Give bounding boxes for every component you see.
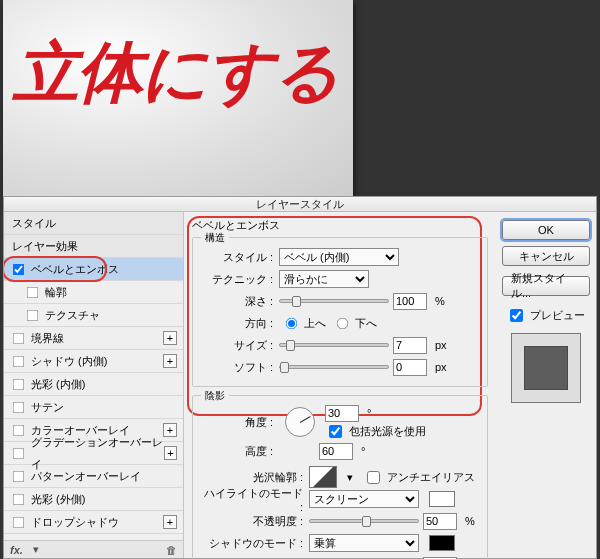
- add-effect-icon[interactable]: +: [164, 446, 177, 460]
- antialias-label: アンチエイリアス: [387, 470, 475, 485]
- preview-swatch: [524, 346, 568, 390]
- direction-up-radio[interactable]: [286, 317, 298, 329]
- sidebar-item-4[interactable]: 境界線+: [4, 327, 183, 350]
- soften-unit: px: [435, 361, 447, 373]
- depth-slider[interactable]: [279, 299, 389, 303]
- dialog-body: スタイル レイヤー効果ベベルとエンボス輪郭テクスチャ境界線+シャドウ (内側)+…: [3, 212, 597, 559]
- sidebar-checkbox-11[interactable]: [13, 493, 25, 505]
- shmode-label: シャドウのモード :: [203, 536, 305, 551]
- sidebar-item-label: パターンオーバーレイ: [31, 465, 141, 487]
- hl-opacity-input[interactable]: [423, 513, 457, 530]
- depth-unit: %: [435, 295, 445, 307]
- antialias-checkbox[interactable]: [367, 471, 380, 484]
- cancel-button[interactable]: キャンセル: [502, 246, 590, 266]
- shmode-select[interactable]: 乗算: [309, 534, 419, 552]
- sidebar-item-label: 光彩 (内側): [31, 373, 85, 395]
- sidebar-checkbox-8[interactable]: [13, 424, 25, 436]
- dialog-titlebar[interactable]: レイヤースタイル: [3, 196, 597, 212]
- hl-opacity-unit: %: [465, 515, 475, 527]
- size-input[interactable]: [393, 337, 427, 354]
- global-light-checkbox[interactable]: [329, 425, 342, 438]
- sidebar-header-label: スタイル: [12, 212, 56, 234]
- sidebar-checkbox-9[interactable]: [13, 447, 25, 459]
- sidebar-checkbox-5[interactable]: [13, 355, 25, 367]
- hlmode-swatch[interactable]: [429, 491, 455, 507]
- hlmode-select[interactable]: スクリーン: [309, 490, 419, 508]
- size-slider[interactable]: [279, 343, 389, 347]
- preview-label: プレビュー: [530, 308, 585, 323]
- panel: ベベルとエンボス 構造 スタイル : ベベル (内側) テクニック : 滑らかに: [184, 212, 496, 558]
- sidebar-item-label: サテン: [31, 396, 64, 418]
- canvas: 立体にする: [3, 0, 353, 196]
- add-effect-icon[interactable]: +: [163, 331, 177, 345]
- technique-label: テクニック :: [203, 272, 275, 287]
- sidebar-item-label: 境界線: [31, 327, 64, 349]
- legend-structure: 構造: [201, 231, 229, 245]
- ok-button[interactable]: OK: [502, 220, 590, 240]
- sidebar-item-5[interactable]: シャドウ (内側)+: [4, 350, 183, 373]
- style-select[interactable]: ベベル (内側): [279, 248, 399, 266]
- sidebar-checkbox-12[interactable]: [13, 516, 25, 528]
- sidebar-item-3[interactable]: テクスチャ: [4, 304, 183, 327]
- shmode-swatch[interactable]: [429, 535, 455, 551]
- sidebar-item-label: テクスチャ: [45, 304, 100, 326]
- legend-shading: 陰影: [201, 389, 229, 403]
- gloss-swatch[interactable]: [309, 466, 337, 488]
- sidebar-item-7[interactable]: サテン: [4, 396, 183, 419]
- direction-label: 方向 :: [203, 316, 275, 331]
- angle-unit: °: [367, 407, 371, 419]
- hl-opacity-slider[interactable]: [309, 519, 419, 523]
- add-effect-icon[interactable]: +: [163, 423, 177, 437]
- sidebar-header: スタイル: [4, 212, 183, 235]
- trash-icon[interactable]: 🗑: [166, 544, 177, 556]
- chevron-down-icon[interactable]: ▾: [33, 543, 39, 556]
- sidebar-checkbox-1[interactable]: [13, 263, 25, 275]
- soften-input[interactable]: [393, 359, 427, 376]
- sidebar-item-0[interactable]: レイヤー効果: [4, 235, 183, 258]
- depth-input[interactable]: [393, 293, 427, 310]
- panel-title: ベベルとエンボス: [192, 218, 488, 233]
- sidebar: スタイル レイヤー効果ベベルとエンボス輪郭テクスチャ境界線+シャドウ (内側)+…: [4, 212, 184, 558]
- global-light-label: 包括光源を使用: [349, 424, 426, 439]
- direction-down-label: 下へ: [355, 316, 377, 331]
- sidebar-item-1[interactable]: ベベルとエンボス: [4, 258, 183, 281]
- direction-down-radio[interactable]: [337, 317, 349, 329]
- angle-dial[interactable]: [285, 407, 315, 437]
- soften-label: ソフト :: [203, 360, 275, 375]
- sidebar-item-label: 輪郭: [45, 281, 67, 303]
- technique-select[interactable]: 滑らかに: [279, 270, 369, 288]
- size-label: サイズ :: [203, 338, 275, 353]
- add-effect-icon[interactable]: +: [163, 515, 177, 529]
- sidebar-item-12[interactable]: ドロップシャドウ+: [4, 511, 183, 534]
- sidebar-item-label: シャドウ (内側): [31, 350, 107, 372]
- depth-label: 深さ :: [203, 294, 275, 309]
- sidebar-item-2[interactable]: 輪郭: [4, 281, 183, 304]
- gloss-label: 光沢輪郭 :: [203, 470, 305, 485]
- sidebar-checkbox-7[interactable]: [13, 401, 25, 413]
- new-style-button[interactable]: 新規スタイル...: [502, 276, 590, 296]
- sidebar-item-label: ベベルとエンボス: [31, 258, 119, 280]
- sidebar-checkbox-10[interactable]: [13, 470, 25, 482]
- sidebar-checkbox-2[interactable]: [27, 286, 39, 298]
- chevron-down-icon[interactable]: ▾: [347, 471, 353, 484]
- preview-checkbox[interactable]: [510, 309, 523, 322]
- canvas-text: 立体にする: [13, 28, 339, 118]
- sidebar-item-label: ドロップシャドウ: [31, 511, 119, 533]
- add-effect-icon[interactable]: +: [163, 354, 177, 368]
- sidebar-item-9[interactable]: グラデーションオーバーレイ+: [4, 442, 183, 465]
- direction-up-label: 上へ: [304, 316, 326, 331]
- altitude-input[interactable]: [319, 443, 353, 460]
- sidebar-checkbox-4[interactable]: [13, 332, 25, 344]
- style-label: スタイル :: [203, 250, 275, 265]
- altitude-label: 高度 :: [203, 444, 275, 459]
- sidebar-checkbox-3[interactable]: [27, 309, 39, 321]
- soften-slider[interactable]: [279, 365, 389, 369]
- sidebar-checkbox-6[interactable]: [13, 378, 25, 390]
- preview-box: [511, 333, 581, 403]
- sidebar-item-label: 光彩 (外側): [31, 488, 85, 510]
- sidebar-item-6[interactable]: 光彩 (内側): [4, 373, 183, 396]
- angle-input[interactable]: [325, 405, 359, 422]
- fx-icon[interactable]: fx.: [10, 544, 23, 556]
- sidebar-item-11[interactable]: 光彩 (外側): [4, 488, 183, 511]
- size-unit: px: [435, 339, 447, 351]
